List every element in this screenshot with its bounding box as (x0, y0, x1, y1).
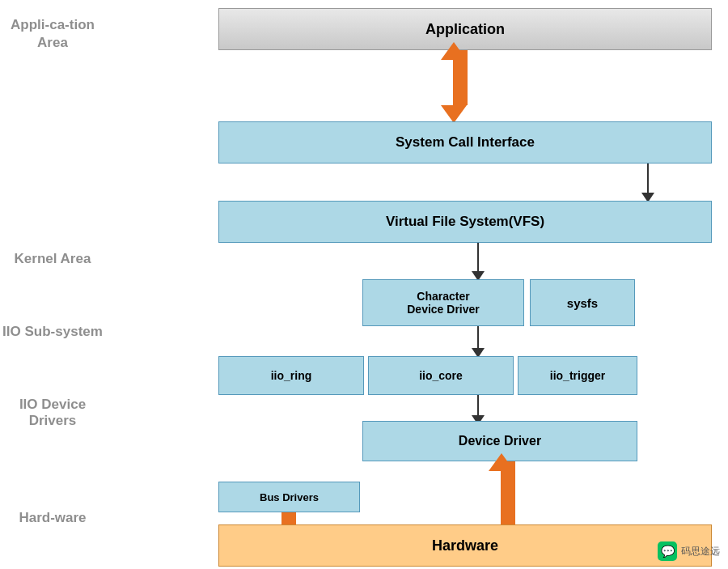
iio-trigger-box: iio_trigger (518, 356, 637, 395)
vfs-box: Virtual File System(VFS) (218, 201, 712, 243)
bus-drivers-box: Bus Drivers (218, 482, 360, 512)
line-syscall-vfs (647, 163, 649, 196)
watermark-icon: 💬 (658, 541, 677, 561)
hardware-box: Hardware (218, 524, 712, 567)
iio-ring-box: iio_ring (218, 356, 364, 395)
arrow-app-syscall-bottom (441, 105, 467, 123)
label-application-area: Appli-ca-tion Area (0, 16, 105, 52)
sysfs-box: sysfs (530, 279, 635, 326)
label-kernel-area: Kernel Area (0, 251, 105, 267)
diagram-container: Appli-ca-tion Area Kernel Area IIO Sub-s… (0, 0, 728, 569)
line-vfs-chardriver (477, 243, 479, 274)
watermark-text: 码思途远 (681, 545, 720, 558)
line-char-iio (477, 326, 479, 350)
iio-core-box: iio_core (368, 356, 514, 395)
char-driver-box: Character Device Driver (362, 279, 524, 326)
arrow-app-syscall-top (441, 42, 467, 60)
arrow-device-hw-shaft (501, 461, 515, 534)
arrow-device-hw-top (489, 453, 514, 471)
line-iio-device (477, 395, 479, 418)
label-iio-device-drivers: IIO Device Drivers (0, 397, 105, 430)
watermark: 💬 码思途远 (658, 541, 720, 561)
syscall-box: System Call Interface (218, 121, 712, 163)
label-iio-subsystem: IIO Sub-system (0, 324, 105, 340)
label-hardware: Hard-ware (0, 510, 105, 526)
